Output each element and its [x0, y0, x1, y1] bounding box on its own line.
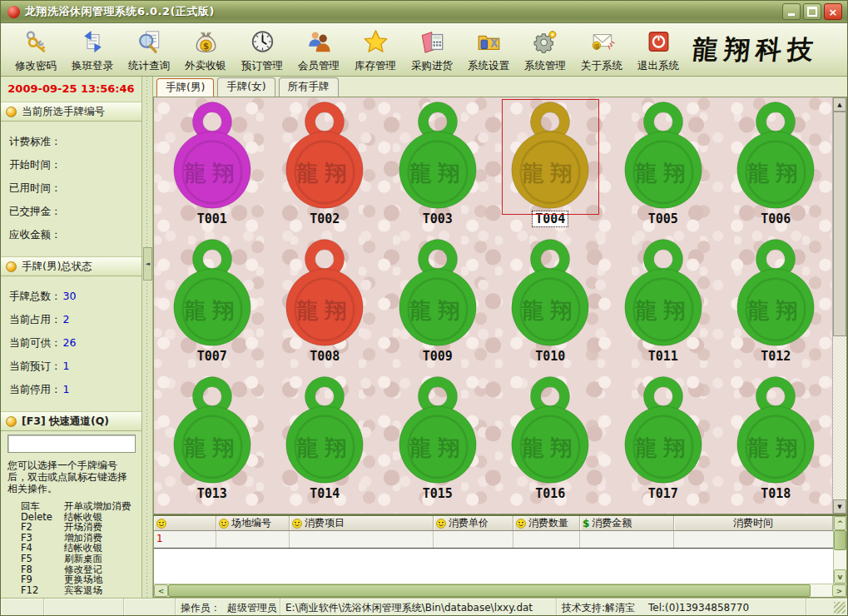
hand-tag[interactable]: 龍翔 T012	[720, 236, 833, 374]
tag-label: T012	[758, 349, 793, 364]
tag-icon: 龍翔	[167, 374, 257, 485]
toolbar-button-stats-query[interactable]: 统计查询	[121, 24, 177, 76]
hand-tag[interactable]: 龍翔 T016	[494, 374, 607, 511]
smiley-icon	[219, 519, 229, 529]
tag-label: T013	[195, 486, 230, 501]
tag-icon: 龍翔	[167, 99, 257, 211]
maximize-button[interactable]	[803, 3, 821, 20]
svg-text:龍翔: 龍翔	[409, 161, 465, 186]
tag-label: T018	[758, 486, 793, 501]
column-header[interactable]: 场地编号	[216, 516, 290, 530]
tag-label: T011	[646, 349, 681, 364]
tag-icon: 龍翔	[393, 374, 483, 485]
hand-tag[interactable]: 龍翔 T001	[156, 99, 269, 236]
svg-text:龍翔: 龍翔	[183, 298, 240, 323]
app-window: 龙翔洗浴休闲管理系统6.0.2(正式版) × 修改密码 换班登录	[0, 0, 848, 616]
grid-vertical-scrollbar[interactable]: ▲ ▼	[832, 97, 846, 514]
bullet-ball-icon	[6, 416, 17, 427]
tag-icon: 龍翔	[167, 236, 257, 348]
tab-female-tags[interactable]: 手牌(女)	[217, 77, 275, 97]
hand-tag[interactable]: 龍翔 T014	[269, 374, 382, 511]
toolbar-button-takeout-cashier[interactable]: $ 外卖收银	[177, 24, 234, 76]
clock-icon	[249, 29, 276, 57]
resize-grip[interactable]	[834, 602, 846, 614]
status-segment	[124, 599, 176, 616]
hand-tag[interactable]: 龍翔 T004	[494, 99, 607, 236]
table-row[interactable]: 1	[154, 531, 833, 549]
svg-text:龍翔: 龍翔	[634, 298, 691, 323]
svg-text:龍翔: 龍翔	[634, 161, 691, 186]
section-header-male-status: 手牌(男)总状态	[1, 256, 141, 276]
scroll-thumb[interactable]	[168, 584, 811, 597]
tag-label: T006	[758, 211, 793, 226]
column-header[interactable]: 消费项目	[290, 516, 434, 530]
toolbar-button-purchase[interactable]: 采购进货	[404, 24, 460, 76]
hand-tag[interactable]: 龍翔 T015	[381, 374, 494, 511]
scroll-down-button[interactable]: ▼	[833, 499, 846, 514]
column-header[interactable]: $ 消费金额	[580, 516, 674, 530]
hand-tag[interactable]: 龍翔 T010	[494, 236, 607, 374]
sidebar-splitter[interactable]: ◄	[142, 77, 153, 598]
minimize-button[interactable]	[782, 3, 801, 20]
column-header[interactable]: 消费时间	[674, 516, 833, 530]
bullet-ball-icon	[6, 261, 17, 272]
toolbar-button-system-manage[interactable]: 系统管理	[517, 24, 573, 76]
quick-channel-input[interactable]	[7, 435, 136, 453]
gears-icon	[532, 29, 559, 57]
tag-icon: 龍翔	[731, 236, 821, 348]
keys-icon	[22, 29, 50, 57]
tag-label: T017	[646, 486, 681, 501]
scroll-down-button[interactable]: v	[834, 569, 846, 584]
field-row: 开始时间：	[9, 158, 141, 181]
status-segment	[44, 599, 124, 616]
scroll-up-button[interactable]: ▲	[833, 97, 846, 112]
field-row: 手牌总数：30	[9, 290, 141, 313]
svg-text:龍翔: 龍翔	[296, 435, 353, 460]
toolbar-button-booking[interactable]: 预订管理	[234, 24, 290, 76]
toolbar-button-about[interactable]: @ 关于系统	[573, 24, 630, 76]
hand-tag[interactable]: 龍翔 T009	[381, 236, 494, 374]
hand-tag[interactable]: 龍翔 T006	[720, 99, 833, 236]
table-horizontal-scrollbar[interactable]: < >	[154, 584, 846, 597]
toolbar-button-shift-login[interactable]: 换班登录	[64, 24, 121, 76]
collapse-sidebar-button[interactable]: ◄	[143, 247, 152, 281]
scroll-thumb[interactable]	[833, 112, 846, 336]
toolbar-button-members[interactable]: 会员管理	[290, 24, 347, 76]
column-header[interactable]: 消费数量	[513, 516, 580, 530]
toolbar-button-system-settings[interactable]: 系统设置	[460, 24, 517, 76]
smiley-icon	[292, 519, 302, 529]
tag-icon: 龍翔	[618, 236, 708, 348]
scroll-right-button[interactable]: >	[832, 584, 846, 597]
toolbar-button-exit[interactable]: 退出系统	[630, 24, 687, 76]
selected-tag-fields: 计费标准： 开始时间： 已用时间： 已交押金： 应收金额：	[1, 122, 141, 256]
section-header-selected-tag: 当前所选手牌编号	[1, 102, 141, 122]
hand-tag[interactable]: 龍翔 T011	[607, 236, 720, 374]
table-vertical-scrollbar[interactable]: ^ v	[833, 516, 846, 584]
field-row: 当前停用：1	[9, 383, 141, 406]
field-row: 当前占用：2	[9, 313, 141, 336]
support-contact: 技术支持:解清宝	[562, 601, 635, 615]
close-button[interactable]: ×	[824, 3, 842, 20]
hand-tag[interactable]: 龍翔 T005	[607, 99, 720, 236]
field-row: 已交押金：	[9, 205, 141, 228]
hand-tag[interactable]: 龍翔 T017	[607, 374, 720, 511]
toolbar-button-change-password[interactable]: 修改密码	[7, 24, 64, 76]
hand-tag[interactable]: 龍翔 T013	[156, 374, 269, 511]
svg-text:龍翔: 龍翔	[409, 298, 465, 323]
scroll-thumb[interactable]	[834, 530, 846, 550]
toolbar-button-inventory[interactable]: 库存管理	[347, 24, 404, 76]
column-header[interactable]: 消费单价	[434, 516, 513, 530]
hand-tag[interactable]: 龍翔 T008	[269, 236, 382, 374]
hand-tag[interactable]: 龍翔 T018	[720, 374, 833, 511]
magnifier-report-icon	[136, 29, 163, 57]
hand-tag[interactable]: 龍翔 T003	[381, 99, 494, 236]
scroll-up-button[interactable]: ^	[834, 516, 846, 530]
power-icon	[645, 29, 672, 57]
tab-all-tags[interactable]: 所有手牌	[279, 77, 339, 97]
hand-tag[interactable]: 龍翔 T002	[269, 99, 382, 236]
tab-male-tags[interactable]: 手牌(男)	[156, 78, 214, 97]
scroll-left-button[interactable]: <	[154, 584, 168, 597]
tag-icon: 龍翔	[731, 374, 821, 485]
column-header[interactable]	[154, 516, 216, 530]
hand-tag[interactable]: 龍翔 T007	[156, 236, 269, 374]
